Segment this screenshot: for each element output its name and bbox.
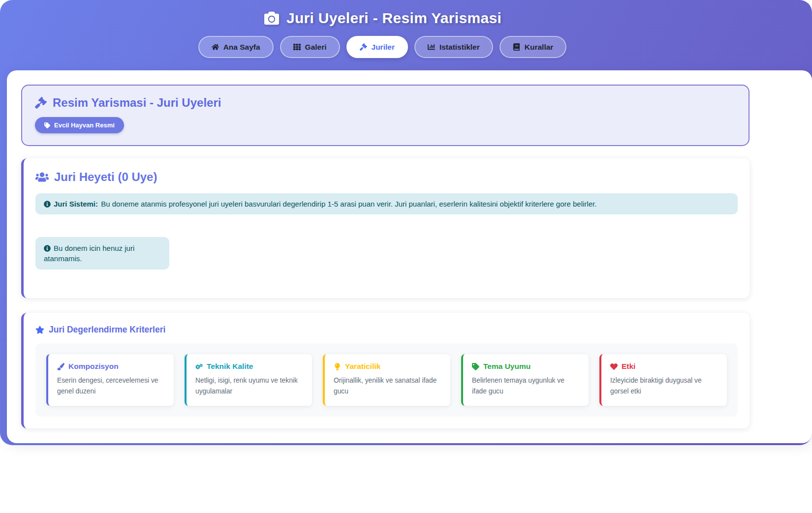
tag-icon	[472, 363, 479, 370]
info-circle-icon	[44, 201, 51, 208]
nav-label: Juriler	[372, 43, 395, 52]
contest-title: Resim Yarismasi - Juri Uyeleri	[35, 96, 736, 110]
contest-title-text: Resim Yarismasi - Juri Uyeleri	[53, 96, 221, 110]
star-icon	[35, 326, 44, 334]
no-jury-alert: Bu donem icin henuz juri atanmamis.	[35, 237, 169, 270]
users-icon	[35, 171, 49, 183]
criterion-name: Kompozisyon	[68, 362, 119, 371]
nav-label: Istatistikler	[439, 43, 480, 52]
criterion-desc: Eserin dengesi, cercevelemesi ve genel d…	[57, 375, 165, 397]
nav-label: Galeri	[305, 43, 327, 52]
criterion-yaraticilik: Yaraticilik Orijinallik, yenilik ve sana…	[323, 354, 450, 406]
nav-galeri[interactable]: Galeri	[280, 36, 340, 58]
nav-juriler[interactable]: Juriler	[346, 36, 408, 58]
criterion-desc: Orijinallik, yenilik ve sanatsal ifade g…	[334, 375, 441, 397]
nav-label: Ana Sayfa	[223, 43, 260, 52]
header: Juri Uyeleri - Resim Yarismasi Ana Sayfa…	[7, 0, 758, 58]
book-icon	[513, 43, 520, 51]
info-circle-icon	[44, 245, 51, 252]
criteria-card: Juri Degerlendirme Kriterleri Kompozisyo…	[21, 313, 750, 428]
criterion-desc: Belirlenen temaya uygunluk ve ifade gucu	[472, 375, 580, 397]
nav-ana-sayfa[interactable]: Ana Sayfa	[198, 36, 274, 58]
criterion-kompozisyon: Kompozisyon Eserin dengesi, cercevelemes…	[46, 354, 174, 406]
no-jury-text: Bu donem icin henuz juri atanmamis.	[44, 244, 134, 263]
criteria-grid: Kompozisyon Eserin dengesi, cercevelemes…	[35, 343, 738, 417]
heart-icon	[610, 363, 618, 370]
lightbulb-icon	[334, 363, 341, 370]
nav-label: Kurallar	[525, 43, 554, 52]
page-title-text: Juri Uyeleri - Resim Yarismasi	[286, 10, 501, 27]
jury-system-alert: Juri Sistemi: Bu doneme atanmis profesyo…	[35, 193, 738, 214]
badge-label: Evcil Hayvan Resmi	[54, 121, 115, 129]
nav-istatistikler[interactable]: Istatistikler	[414, 36, 493, 58]
criterion-name: Teknik Kalite	[207, 362, 253, 371]
criteria-title-text: Juri Degerlendirme Kriterleri	[49, 325, 165, 335]
main-content: Resim Yarismasi - Juri Uyeleri Evcil Hay…	[21, 85, 750, 428]
contest-theme-badge: Evcil Hayvan Resmi	[35, 117, 124, 133]
criterion-name: Yaraticilik	[345, 362, 380, 371]
main-container: Resim Yarismasi - Juri Uyeleri Evcil Hay…	[7, 70, 812, 443]
gavel-icon	[360, 43, 367, 51]
home-icon	[212, 43, 219, 51]
gavel-icon	[35, 97, 47, 109]
contest-header-card: Resim Yarismasi - Juri Uyeleri Evcil Hay…	[21, 85, 750, 146]
criterion-etki: Etki Izleyicide biraktigi duygusal ve go…	[599, 354, 727, 406]
camera-icon	[263, 11, 280, 26]
tag-icon	[44, 122, 50, 128]
criterion-teknik-kalite: Teknik Kalite Netligi, isigi, renk uyumu…	[185, 354, 312, 406]
jury-panel-title-text: Juri Heyeti (0 Uye)	[54, 170, 157, 184]
paint-brush-icon	[57, 363, 64, 370]
jury-system-text: Bu doneme atanmis profesyonel juri uyele…	[101, 200, 596, 208]
nav-bar: Ana Sayfa Galeri Juriler Istatistikler K…	[7, 36, 758, 58]
criterion-desc: Netligi, isigi, renk uyumu ve teknik uyg…	[195, 375, 303, 397]
criterion-tema-uyumu: Tema Uyumu Belirlenen temaya uygunluk ve…	[461, 354, 589, 406]
nav-kurallar[interactable]: Kurallar	[500, 36, 567, 58]
cogs-icon	[195, 363, 203, 370]
criterion-desc: Izleyicide biraktigi duygusal ve gorsel …	[610, 375, 718, 397]
jury-panel-card: Juri Heyeti (0 Uye) Juri Sistemi: Bu don…	[21, 158, 750, 298]
page-title: Juri Uyeleri - Resim Yarismasi	[7, 10, 758, 27]
jury-system-label: Juri Sistemi:	[54, 200, 98, 208]
grid-icon	[293, 43, 301, 51]
criterion-name: Etki	[622, 362, 635, 371]
criterion-name: Tema Uyumu	[483, 362, 531, 371]
bar-chart-icon	[428, 43, 435, 51]
criteria-title: Juri Degerlendirme Kriterleri	[35, 325, 738, 335]
jury-panel-title: Juri Heyeti (0 Uye)	[35, 170, 738, 184]
